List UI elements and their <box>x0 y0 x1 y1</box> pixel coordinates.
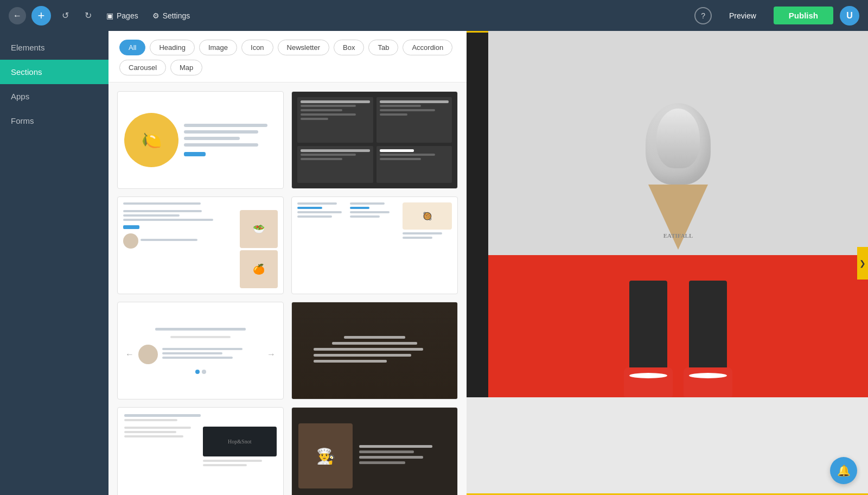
filter-bar: All Heading Image Icon Newsletter Box Ta… <box>108 31 467 82</box>
section-thumb-1[interactable]: 🍋 <box>117 91 284 189</box>
settings-button[interactable]: ⚙ Settings <box>148 9 195 22</box>
thumb3-img1: 🥗 <box>240 210 278 248</box>
thumb2-line2 <box>301 109 342 111</box>
thumb1-line3 <box>184 137 240 140</box>
right-shoe-detail <box>689 373 727 378</box>
thumb2-highlight2 <box>380 100 449 103</box>
thumb2-line3 <box>301 113 356 116</box>
canvas-dark-cell-top <box>467 31 488 255</box>
dot-1 <box>195 370 200 374</box>
thumb5-content <box>138 345 263 364</box>
pages-label: Pages <box>117 11 138 20</box>
section-thumb-2[interactable] <box>291 91 458 189</box>
t4l6 <box>350 215 380 218</box>
notification-bell-button[interactable]: 🔔 <box>830 457 857 484</box>
thumb2-line1 <box>301 105 356 107</box>
help-button[interactable]: ? <box>694 7 712 24</box>
topbar: ← + ↺ ↻ ▣ Pages ⚙ Settings ? Preview Pub… <box>0 0 868 31</box>
swirl-inner <box>656 109 700 168</box>
carousel-right-arrow[interactable]: → <box>267 350 276 359</box>
section-thumb-5[interactable]: ← → <box>117 302 284 399</box>
sidebar-item-apps[interactable]: Apps <box>0 84 108 109</box>
add-button[interactable]: + <box>31 6 51 26</box>
thumb4-col1 <box>297 202 347 220</box>
thumb1-btn <box>184 152 206 156</box>
section-thumb-6[interactable] <box>291 302 458 399</box>
redo-button[interactable]: ↻ <box>79 7 97 24</box>
thumb2-line8 <box>301 154 356 156</box>
t8l2 <box>359 450 414 453</box>
t7l1 <box>124 427 191 429</box>
canvas-ice-cream-cell[interactable]: EATIFALL <box>488 31 868 255</box>
thumb5-row: ← → <box>125 345 276 364</box>
side-collapse-arrow[interactable]: ❯ <box>857 247 868 280</box>
t7l2 <box>124 431 176 433</box>
sidebar-item-sections[interactable]: Sections <box>0 60 108 84</box>
filter-box[interactable]: Box <box>334 40 364 55</box>
thumb3-btn <box>123 225 139 229</box>
back-button[interactable]: ← <box>9 7 26 24</box>
thumb2-cell2 <box>376 97 452 143</box>
carousel-left-arrow[interactable]: ← <box>125 350 134 359</box>
thumb2-highlight1 <box>301 100 370 103</box>
canvas-red-cell[interactable] <box>488 255 868 397</box>
filter-accordion[interactable]: Accordion <box>403 40 452 55</box>
filter-heading[interactable]: Heading <box>150 40 194 55</box>
bell-icon: 🔔 <box>837 464 851 477</box>
ice-cream-figure: EATIFALL <box>646 103 711 255</box>
thumb8-text <box>359 445 451 467</box>
preview-button[interactable]: Preview <box>718 7 767 24</box>
thumb1-image: 🍋 <box>124 113 178 167</box>
canvas-top-row: EATIFALL <box>467 31 868 255</box>
left-leg <box>624 281 673 397</box>
pages-button[interactable]: ▣ Pages <box>102 9 143 22</box>
t8l4 <box>359 461 405 464</box>
section-thumb-7[interactable]: Hop&Snot <box>117 407 284 495</box>
filter-icon[interactable]: Icon <box>241 40 273 55</box>
right-shoe <box>684 367 732 397</box>
sidebar-item-elements[interactable]: Elements <box>0 35 108 60</box>
t6l1 <box>332 342 417 345</box>
hop-sign: Hop&Snot <box>228 439 251 445</box>
ice-cream-swirl <box>646 103 711 185</box>
right-leg <box>684 281 732 397</box>
filter-map[interactable]: Map <box>170 60 202 75</box>
filter-all[interactable]: All <box>119 40 145 55</box>
main-layout: Elements Sections Apps Forms All Heading… <box>0 31 868 495</box>
section-thumb-3[interactable]: 🥗 🍊 <box>117 196 284 294</box>
t7l5 <box>203 464 247 466</box>
filter-carousel[interactable]: Carousel <box>119 60 166 75</box>
topbar-right: ? Preview Publish U <box>694 6 859 26</box>
thumb5-avatar <box>138 345 158 364</box>
thumb2-line4 <box>301 118 328 120</box>
filter-image[interactable]: Image <box>199 40 237 55</box>
t5l2 <box>162 352 222 354</box>
thumb3-name-lines <box>141 239 235 243</box>
filter-tab[interactable]: Tab <box>368 40 398 55</box>
thumb4-img1: 🥘 <box>403 202 452 230</box>
filter-newsletter[interactable]: Newsletter <box>278 40 329 55</box>
sidebar-item-forms[interactable]: Forms <box>0 109 108 133</box>
thumb6-lines <box>314 336 436 365</box>
thumb2-line5 <box>380 105 422 107</box>
settings-label: Settings <box>163 11 190 20</box>
canvas-dark-cell-bottom <box>467 255 488 397</box>
t6l3 <box>314 354 411 357</box>
thumb2-line9 <box>301 158 342 160</box>
thumb2-line11 <box>380 158 422 160</box>
thumb3-avatar <box>123 233 138 249</box>
thumb1-line4 <box>184 143 258 147</box>
undo-button[interactable]: ↺ <box>56 7 74 24</box>
t3n1 <box>141 239 197 241</box>
section-thumb-8[interactable]: 👨‍🍳 <box>291 407 458 495</box>
publish-button[interactable]: Publish <box>774 7 833 24</box>
t8l3 <box>359 456 423 459</box>
t4l3 <box>297 215 332 218</box>
thumb3-title <box>123 202 201 205</box>
t4l4 <box>350 202 385 205</box>
left-shoe <box>624 367 673 397</box>
ice-cream-visual: EATIFALL <box>488 31 868 255</box>
thumb2-highlight3 <box>301 149 370 152</box>
section-thumb-4[interactable]: 🥘 <box>291 196 458 294</box>
left-shoe-detail <box>629 373 667 378</box>
